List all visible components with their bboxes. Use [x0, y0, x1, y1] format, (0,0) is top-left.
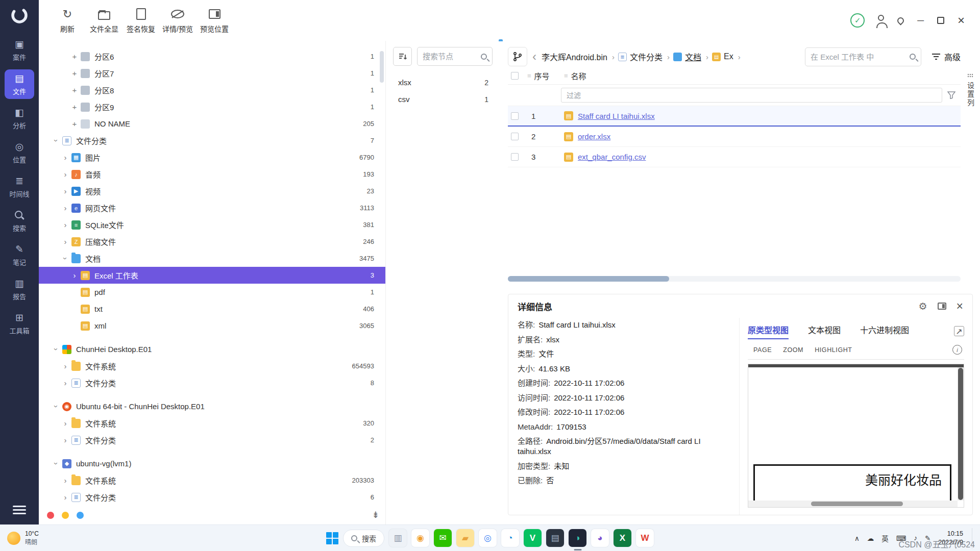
file-name-link[interactable]: ext_qbar_config.csv: [578, 153, 646, 161]
tree-item[interactable]: ≣ 文件分类 6: [39, 489, 385, 506]
tree-item[interactable]: 分区7 1: [39, 65, 385, 82]
taskbar-clock[interactable]: 10:15 2022/7/9: [938, 530, 963, 547]
filter-input[interactable]: [561, 88, 942, 103]
taskbar-app-icon[interactable]: ◉: [411, 529, 429, 547]
row-checkbox[interactable]: [511, 153, 519, 161]
tree-expand-arrow[interactable]: [69, 103, 80, 111]
tree-item[interactable]: ▶ 视频 23: [39, 183, 385, 199]
taskbar-app-icon[interactable]: ◎: [479, 529, 497, 547]
breadcrumb-item[interactable]: 李大辉Android.bin ›: [542, 51, 616, 63]
sidebar-item[interactable]: ✎ 笔记: [5, 240, 34, 270]
tree-expand-arrow[interactable]: [69, 86, 80, 94]
filter-funnel-icon[interactable]: [947, 91, 955, 99]
close-button[interactable]: ×: [958, 14, 965, 27]
tree-item[interactable]: ≣ 文件分类 2: [39, 432, 385, 448]
scrollbar-thumb[interactable]: [508, 276, 669, 282]
tree-expand-arrow[interactable]: [60, 237, 70, 246]
taskbar-app-icon[interactable]: ▤: [546, 529, 564, 547]
tree-expand-arrow[interactable]: [60, 220, 70, 229]
sidebar-item[interactable]: ▤ 文件: [5, 69, 34, 99]
tree-expand-arrow[interactable]: [60, 362, 70, 370]
file-name-link[interactable]: order.xlsx: [578, 132, 610, 141]
taskbar-app-icon[interactable]: ◕: [591, 529, 609, 547]
toolbar-button[interactable]: 签名恢复: [124, 8, 158, 34]
tree-scrollbar[interactable]: [380, 51, 384, 83]
scrollbar-thumb[interactable]: [811, 502, 903, 506]
preview-tab[interactable]: 十六进制视图: [860, 323, 909, 339]
tree-item[interactable]: NO NAME 205: [39, 115, 385, 132]
tree-expand-arrow[interactable]: [60, 476, 70, 485]
tree-expand-arrow[interactable]: [60, 187, 70, 195]
minimize-button[interactable]: ─: [917, 16, 924, 25]
tree-item[interactable]: ▤ Excel 工作表 3: [39, 267, 385, 284]
tree-structure-button[interactable]: [508, 47, 527, 66]
tree-expand-arrow[interactable]: [51, 136, 61, 145]
taskbar-app-icon[interactable]: V: [524, 529, 542, 547]
tree-expand-arrow[interactable]: [51, 459, 61, 468]
tree-expand-arrow[interactable]: [60, 436, 70, 444]
tree-item[interactable]: 分区6 1: [39, 48, 385, 65]
tree-expand-arrow[interactable]: [60, 493, 70, 502]
tree-expand-arrow[interactable]: [60, 419, 70, 428]
tree-expand-arrow[interactable]: [60, 204, 70, 212]
tree-item[interactable]: 文件系统 654593: [39, 358, 385, 374]
pin-icon[interactable]: [896, 16, 905, 25]
tray-icon[interactable]: ∧: [854, 534, 860, 542]
tree-item[interactable]: ChunHei Desktop.E01: [39, 341, 385, 358]
preview-canvas[interactable]: 美丽好化妆品 职 员 证: [748, 364, 964, 508]
tree-expand-arrow[interactable]: [51, 345, 61, 354]
taskbar-app-icon[interactable]: ◔: [501, 529, 519, 547]
jump-to-bottom-icon[interactable]: ⇟: [372, 510, 379, 520]
preview-tab[interactable]: 文本视图: [808, 323, 841, 339]
search-icon[interactable]: [481, 54, 487, 60]
taskbar-app-icon[interactable]: ▰: [456, 529, 474, 547]
node-list-item[interactable]: csv 1: [393, 91, 493, 108]
tree-expand-arrow[interactable]: [69, 69, 80, 78]
scrollbar-thumb[interactable]: [958, 368, 963, 500]
tray-icon[interactable]: ♪: [914, 534, 917, 542]
sidebar-item[interactable]: 搜索: [5, 206, 34, 236]
tree-item[interactable]: ▤ xml 3065: [39, 317, 385, 334]
toolbar-button[interactable]: 预览位置: [197, 8, 232, 34]
tree-item[interactable]: 文档 3475: [39, 250, 385, 267]
breadcrumb-item[interactable]: ▤ Ex ›: [712, 52, 742, 61]
tree-item[interactable]: ▦ 图片 6790: [39, 149, 385, 166]
table-row[interactable]: 2 ▤ order.xlsx: [508, 127, 961, 147]
select-all-checkbox[interactable]: [511, 72, 519, 80]
tree-item[interactable]: ♪ 音频 193: [39, 166, 385, 183]
tree-item[interactable]: 分区8 1: [39, 82, 385, 98]
taskbar-weather-widget[interactable]: 10°C 晴朗: [0, 530, 117, 546]
tray-icon[interactable]: ☁: [867, 534, 874, 542]
tray-icon[interactable]: ⌨: [896, 534, 906, 542]
tree-expand-arrow[interactable]: [69, 271, 80, 280]
tree-expand-arrow[interactable]: [60, 254, 70, 263]
breadcrumb-item[interactable]: 文档 ›: [673, 51, 710, 63]
breadcrumb-item[interactable]: ≣ 文件分类 ›: [618, 51, 671, 63]
node-search-input[interactable]: [423, 52, 481, 61]
preview-tool-button[interactable]: HIGHLIGHT: [809, 344, 857, 356]
tree-expand-arrow[interactable]: [51, 402, 61, 411]
user-icon[interactable]: [878, 15, 884, 21]
column-header-num[interactable]: 序号: [534, 70, 550, 81]
tree-item[interactable]: ◉ Ubuntu 64-bit - ChunHei Desktop.E01: [39, 398, 385, 415]
tray-icon[interactable]: ✎: [925, 534, 930, 542]
tree-item[interactable]: ◆ ubuntu-vg(lvm1): [39, 455, 385, 472]
tree-item[interactable]: ≣ 文件分类 7: [39, 132, 385, 149]
search-icon[interactable]: [910, 54, 916, 60]
sidebar-item[interactable]: ◎ 位置: [5, 138, 34, 167]
sidebar-item[interactable]: ▣ 案件: [5, 35, 34, 65]
tree-item[interactable]: 分区9 1: [39, 98, 385, 115]
details-close-icon[interactable]: ×: [957, 300, 963, 312]
toolbar-button[interactable]: ↻ 刷新: [50, 8, 85, 34]
sidebar-item[interactable]: ≣ 时间线: [5, 172, 34, 202]
tree-item[interactable]: Z 压缩文件 246: [39, 233, 385, 250]
taskbar-search[interactable]: 搜索: [343, 530, 384, 547]
sidebar-item[interactable]: ▥ 报告: [5, 274, 34, 304]
tree-item[interactable]: ▤ pdf 1: [39, 284, 385, 300]
gear-icon[interactable]: ⚙: [919, 300, 927, 312]
file-name-link[interactable]: Staff card LI taihui.xlsx: [578, 112, 655, 120]
taskbar-app-icon[interactable]: ◑: [569, 529, 586, 547]
column-header-name[interactable]: 名称: [571, 70, 586, 81]
sort-button[interactable]: [393, 47, 412, 66]
info-icon[interactable]: [952, 345, 962, 355]
